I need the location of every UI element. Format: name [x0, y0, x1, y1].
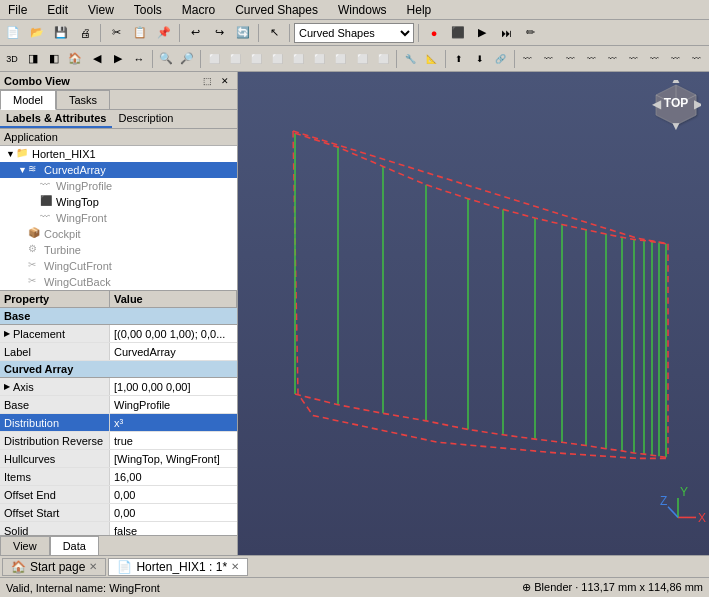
menu-macro[interactable]: Macro — [178, 1, 219, 19]
menu-file[interactable]: File — [4, 1, 31, 19]
chain-btn[interactable]: 🔗 — [491, 48, 511, 70]
prop-placement[interactable]: Placement [(0,00 0,00 1,00); 0,0... — [0, 325, 237, 343]
tool2[interactable]: 📐 — [421, 48, 441, 70]
tree-item-wingtop[interactable]: ⬛ WingTop — [0, 194, 237, 210]
view-sel8[interactable]: ⬜ — [352, 48, 372, 70]
view-sel9[interactable]: ⬜ — [373, 48, 393, 70]
tree-item-wingfront[interactable]: 〰 WingFront — [0, 210, 237, 226]
tool1[interactable]: 🔧 — [400, 48, 420, 70]
menu-edit[interactable]: Edit — [43, 1, 72, 19]
prop-items[interactable]: Items 16,00 — [0, 468, 237, 486]
export-btn[interactable]: ⬆ — [448, 48, 468, 70]
cs-btn9[interactable]: 〰 — [687, 48, 707, 70]
macro-step-button[interactable]: ⏭ — [495, 22, 517, 44]
status-right: ⊕ Blender · 113,17 mm x 114,86 mm — [522, 581, 703, 594]
menu-view[interactable]: View — [84, 1, 118, 19]
menu-help[interactable]: Help — [403, 1, 436, 19]
print-button[interactable]: 🖨 — [74, 22, 96, 44]
sep8 — [396, 50, 397, 68]
start-page-close[interactable]: ✕ — [89, 561, 97, 572]
menu-curved-shapes[interactable]: Curved Shapes — [231, 1, 322, 19]
new-button[interactable]: 📄 — [2, 22, 24, 44]
view-btn2[interactable]: ◨ — [23, 48, 43, 70]
undo-button[interactable]: ↩ — [184, 22, 206, 44]
prop-offset-end[interactable]: Offset End 0,00 — [0, 486, 237, 504]
workbench-dropdown[interactable]: Curved Shapes — [294, 23, 414, 43]
cs-btn8[interactable]: 〰 — [666, 48, 686, 70]
menu-tools[interactable]: Tools — [130, 1, 166, 19]
cs-btn4[interactable]: 〰 — [581, 48, 601, 70]
view-sel7[interactable]: ⬜ — [331, 48, 351, 70]
prop-base[interactable]: Base WingProfile — [0, 396, 237, 414]
view3d-button[interactable]: 3D — [2, 48, 22, 70]
macro-edit-button[interactable]: ✏ — [519, 22, 541, 44]
macro-record-button[interactable]: ● — [423, 22, 445, 44]
zoom-in-button[interactable]: 🔍 — [156, 48, 176, 70]
tab-start-page[interactable]: 🏠 Start page ✕ — [2, 558, 106, 576]
left-tab-data[interactable]: Data — [50, 536, 99, 555]
wcf-label: WingCutFront — [44, 260, 112, 272]
cs-btn6[interactable]: 〰 — [623, 48, 643, 70]
open-button[interactable]: 📂 — [26, 22, 48, 44]
prop-hullcurves[interactable]: Hullcurves [WingTop, WingFront] — [0, 450, 237, 468]
arrow-horten[interactable]: ▼ — [6, 149, 16, 159]
tab-model[interactable]: Model — [0, 90, 56, 110]
tree-item-cockpit[interactable]: 📦 Cockpit — [0, 226, 237, 242]
cut-button[interactable]: ✂ — [105, 22, 127, 44]
labels-attributes[interactable]: Labels & Attributes — [0, 110, 112, 128]
horten-tab-icon: 📄 — [117, 560, 132, 574]
paste-button[interactable]: 📌 — [153, 22, 175, 44]
tree-item-wingcutfront[interactable]: ✂ WingCutFront — [0, 258, 237, 274]
macro-stop-button[interactable]: ⬛ — [447, 22, 469, 44]
cs-btn5[interactable]: 〰 — [602, 48, 622, 70]
tab-tasks[interactable]: Tasks — [56, 90, 110, 109]
view-sel6[interactable]: ⬜ — [310, 48, 330, 70]
wingfront-icon: 〰 — [40, 211, 54, 225]
refresh-button[interactable]: 🔄 — [232, 22, 254, 44]
view-sel3[interactable]: ⬜ — [246, 48, 266, 70]
view-sync[interactable]: ↔ — [129, 48, 149, 70]
prop-offset-start[interactable]: Offset Start 0,00 — [0, 504, 237, 522]
zoom-out-button[interactable]: 🔎 — [177, 48, 197, 70]
tree-item-curvedarray[interactable]: ▼ ≋ CurvedArray — [0, 162, 237, 178]
view-sel4[interactable]: ⬜ — [268, 48, 288, 70]
panel-close-button[interactable]: ✕ — [217, 73, 233, 89]
view-fwd[interactable]: ▶ — [108, 48, 128, 70]
cs-btn1[interactable]: 〰 — [518, 48, 538, 70]
save-button[interactable]: 💾 — [50, 22, 72, 44]
view-sel1[interactable]: ⬜ — [204, 48, 224, 70]
tree-item-wingcutback[interactable]: ✂ WingCutBack — [0, 274, 237, 290]
tree-item-horten[interactable]: ▼ 📁 Horten_HIX1 — [0, 146, 237, 162]
import-btn[interactable]: ⬇ — [470, 48, 490, 70]
prop-solid[interactable]: Solid false — [0, 522, 237, 535]
copy-button[interactable]: 📋 — [129, 22, 151, 44]
tree-item-wingprofile[interactable]: 〰 WingProfile — [0, 178, 237, 194]
horten-tab-close[interactable]: ✕ — [231, 561, 239, 572]
view-back[interactable]: ◀ — [87, 48, 107, 70]
tab-horten[interactable]: 📄 Horten_HIX1 : 1* ✕ — [108, 558, 248, 576]
cs-btn3[interactable]: 〰 — [560, 48, 580, 70]
prop-axis[interactable]: Axis [1,00 0,00 0,00] — [0, 378, 237, 396]
view-sel2[interactable]: ⬜ — [225, 48, 245, 70]
cs-btn2[interactable]: 〰 — [539, 48, 559, 70]
prop-label[interactable]: Label CurvedArray — [0, 343, 237, 361]
view-btn3[interactable]: ◧ — [44, 48, 64, 70]
sep3 — [258, 24, 259, 42]
redo-button[interactable]: ↪ — [208, 22, 230, 44]
turbine-label: Turbine — [44, 244, 81, 256]
nav-cube[interactable]: TOP ▲ ▼ ◀ ▶ — [651, 80, 701, 130]
cs-btn7[interactable]: 〰 — [645, 48, 665, 70]
cursor-button[interactable]: ↖ — [263, 22, 285, 44]
menu-windows[interactable]: Windows — [334, 1, 391, 19]
viewport[interactable]: X Y Z TOP — [238, 72, 709, 555]
macro-play-button[interactable]: ▶ — [471, 22, 493, 44]
description-tab[interactable]: Description — [112, 110, 179, 128]
view-home[interactable]: 🏠 — [65, 48, 85, 70]
tree-item-turbine[interactable]: ⚙ Turbine — [0, 242, 237, 258]
left-tab-view[interactable]: View — [0, 536, 50, 555]
arrow-curved[interactable]: ▼ — [18, 165, 28, 175]
prop-distrib-reverse[interactable]: Distribution Reverse true — [0, 432, 237, 450]
prop-distribution[interactable]: Distribution x³ — [0, 414, 237, 432]
panel-float-button[interactable]: ⬚ — [199, 73, 215, 89]
view-sel5[interactable]: ⬜ — [289, 48, 309, 70]
